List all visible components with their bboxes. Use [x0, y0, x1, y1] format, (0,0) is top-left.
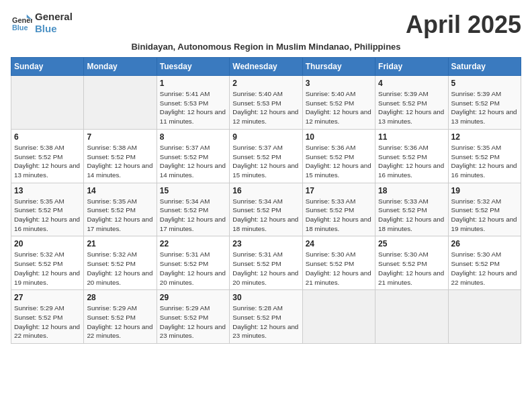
day-number: 16: [232, 186, 299, 195]
day-number: 18: [378, 186, 445, 195]
col-header-tuesday: Tuesday: [157, 58, 229, 76]
day-cell: 4Sunrise: 5:39 AM Sunset: 5:52 PM Daylig…: [375, 76, 448, 130]
logo-icon: General Blue: [11, 13, 32, 32]
day-cell: 25Sunrise: 5:30 AM Sunset: 5:52 PM Dayli…: [375, 236, 448, 290]
day-cell: 18Sunrise: 5:33 AM Sunset: 5:52 PM Dayli…: [375, 183, 448, 236]
day-cell: 17Sunrise: 5:33 AM Sunset: 5:52 PM Dayli…: [302, 183, 375, 236]
day-number: 4: [378, 79, 445, 88]
day-info: Sunrise: 5:36 AM Sunset: 5:52 PM Dayligh…: [378, 143, 445, 180]
day-info: Sunrise: 5:37 AM Sunset: 5:52 PM Dayligh…: [232, 143, 299, 180]
day-info: Sunrise: 5:34 AM Sunset: 5:52 PM Dayligh…: [160, 197, 226, 234]
day-info: Sunrise: 5:33 AM Sunset: 5:52 PM Dayligh…: [378, 197, 445, 234]
col-header-friday: Friday: [375, 58, 448, 76]
col-header-thursday: Thursday: [302, 58, 375, 76]
day-cell: 28Sunrise: 5:29 AM Sunset: 5:52 PM Dayli…: [84, 290, 157, 344]
day-number: 13: [14, 186, 81, 195]
day-cell: [11, 76, 84, 130]
day-number: 22: [160, 239, 226, 248]
day-cell: 8Sunrise: 5:37 AM Sunset: 5:52 PM Daylig…: [157, 129, 229, 183]
col-header-saturday: Saturday: [448, 58, 521, 76]
day-cell: 16Sunrise: 5:34 AM Sunset: 5:52 PM Dayli…: [230, 183, 302, 236]
day-cell: 3Sunrise: 5:40 AM Sunset: 5:52 PM Daylig…: [302, 76, 375, 130]
day-cell: 10Sunrise: 5:36 AM Sunset: 5:52 PM Dayli…: [302, 129, 375, 183]
day-info: Sunrise: 5:29 AM Sunset: 5:52 PM Dayligh…: [87, 304, 153, 340]
day-number: 26: [451, 239, 518, 248]
day-cell: 2Sunrise: 5:40 AM Sunset: 5:53 PM Daylig…: [230, 76, 302, 130]
day-number: 3: [306, 79, 372, 88]
day-cell: [84, 76, 157, 130]
logo-line2: Blue: [35, 23, 73, 35]
day-number: 7: [87, 132, 153, 142]
day-info: Sunrise: 5:36 AM Sunset: 5:52 PM Dayligh…: [306, 143, 372, 180]
day-info: Sunrise: 5:30 AM Sunset: 5:52 PM Dayligh…: [451, 250, 518, 287]
day-number: 1: [160, 79, 226, 88]
day-cell: [375, 290, 448, 344]
day-cell: 22Sunrise: 5:31 AM Sunset: 5:52 PM Dayli…: [157, 236, 229, 290]
svg-text:Blue: Blue: [12, 24, 28, 32]
day-number: 8: [160, 132, 226, 142]
day-number: 24: [306, 239, 372, 248]
day-cell: 21Sunrise: 5:32 AM Sunset: 5:52 PM Dayli…: [84, 236, 157, 290]
day-number: 20: [14, 239, 81, 248]
day-cell: [302, 290, 375, 344]
day-number: 19: [451, 186, 518, 195]
col-header-sunday: Sunday: [11, 58, 84, 76]
day-number: 6: [14, 132, 81, 142]
col-header-wednesday: Wednesday: [230, 58, 302, 76]
day-number: 11: [378, 132, 445, 142]
day-info: Sunrise: 5:28 AM Sunset: 5:52 PM Dayligh…: [232, 304, 299, 340]
day-cell: 1Sunrise: 5:41 AM Sunset: 5:53 PM Daylig…: [157, 76, 229, 130]
day-number: 5: [451, 79, 518, 88]
day-cell: 14Sunrise: 5:35 AM Sunset: 5:52 PM Dayli…: [84, 183, 157, 236]
day-cell: 24Sunrise: 5:30 AM Sunset: 5:52 PM Dayli…: [302, 236, 375, 290]
day-cell: 6Sunrise: 5:38 AM Sunset: 5:52 PM Daylig…: [11, 129, 84, 183]
day-info: Sunrise: 5:39 AM Sunset: 5:52 PM Dayligh…: [378, 89, 445, 126]
week-row-4: 27Sunrise: 5:29 AM Sunset: 5:52 PM Dayli…: [11, 290, 521, 344]
day-info: Sunrise: 5:41 AM Sunset: 5:53 PM Dayligh…: [160, 89, 226, 126]
day-number: 28: [87, 293, 153, 302]
day-number: 10: [306, 132, 372, 142]
day-number: 27: [14, 293, 81, 302]
day-cell: [448, 290, 521, 344]
day-cell: 19Sunrise: 5:32 AM Sunset: 5:52 PM Dayli…: [448, 183, 521, 236]
day-info: Sunrise: 5:38 AM Sunset: 5:52 PM Dayligh…: [14, 143, 81, 180]
day-info: Sunrise: 5:33 AM Sunset: 5:52 PM Dayligh…: [306, 197, 372, 234]
day-info: Sunrise: 5:37 AM Sunset: 5:52 PM Dayligh…: [160, 143, 226, 180]
day-cell: 12Sunrise: 5:35 AM Sunset: 5:52 PM Dayli…: [448, 129, 521, 183]
day-info: Sunrise: 5:29 AM Sunset: 5:52 PM Dayligh…: [160, 304, 226, 340]
logo-line1: General: [35, 11, 73, 23]
calendar-header: SundayMondayTuesdayWednesdayThursdayFrid…: [11, 58, 521, 76]
day-cell: 5Sunrise: 5:39 AM Sunset: 5:52 PM Daylig…: [448, 76, 521, 130]
day-cell: 7Sunrise: 5:38 AM Sunset: 5:52 PM Daylig…: [84, 129, 157, 183]
day-cell: 26Sunrise: 5:30 AM Sunset: 5:52 PM Dayli…: [448, 236, 521, 290]
day-info: Sunrise: 5:38 AM Sunset: 5:52 PM Dayligh…: [87, 143, 153, 180]
day-number: 30: [232, 293, 299, 302]
day-cell: 29Sunrise: 5:29 AM Sunset: 5:52 PM Dayli…: [157, 290, 229, 344]
day-number: 14: [87, 186, 153, 195]
day-cell: 30Sunrise: 5:28 AM Sunset: 5:52 PM Dayli…: [230, 290, 302, 344]
day-info: Sunrise: 5:30 AM Sunset: 5:52 PM Dayligh…: [306, 250, 372, 287]
day-info: Sunrise: 5:31 AM Sunset: 5:52 PM Dayligh…: [232, 250, 299, 287]
day-cell: 15Sunrise: 5:34 AM Sunset: 5:52 PM Dayli…: [157, 183, 229, 236]
day-info: Sunrise: 5:32 AM Sunset: 5:52 PM Dayligh…: [451, 197, 518, 234]
day-info: Sunrise: 5:32 AM Sunset: 5:52 PM Dayligh…: [14, 250, 81, 287]
day-number: 12: [451, 132, 518, 142]
day-cell: 20Sunrise: 5:32 AM Sunset: 5:52 PM Dayli…: [11, 236, 84, 290]
day-cell: 9Sunrise: 5:37 AM Sunset: 5:52 PM Daylig…: [230, 129, 302, 183]
week-row-3: 20Sunrise: 5:32 AM Sunset: 5:52 PM Dayli…: [11, 236, 521, 290]
day-info: Sunrise: 5:39 AM Sunset: 5:52 PM Dayligh…: [451, 89, 518, 126]
day-number: 29: [160, 293, 226, 302]
day-number: 25: [378, 239, 445, 248]
day-info: Sunrise: 5:35 AM Sunset: 5:52 PM Dayligh…: [451, 143, 518, 180]
logo: General Blue General Blue: [11, 11, 73, 35]
day-info: Sunrise: 5:29 AM Sunset: 5:52 PM Dayligh…: [14, 304, 81, 340]
day-cell: 23Sunrise: 5:31 AM Sunset: 5:52 PM Dayli…: [230, 236, 302, 290]
day-info: Sunrise: 5:32 AM Sunset: 5:52 PM Dayligh…: [87, 250, 153, 287]
day-cell: 11Sunrise: 5:36 AM Sunset: 5:52 PM Dayli…: [375, 129, 448, 183]
week-row-1: 6Sunrise: 5:38 AM Sunset: 5:52 PM Daylig…: [11, 129, 521, 183]
day-info: Sunrise: 5:31 AM Sunset: 5:52 PM Dayligh…: [160, 250, 226, 287]
day-number: 9: [232, 132, 299, 142]
day-cell: 13Sunrise: 5:35 AM Sunset: 5:52 PM Dayli…: [11, 183, 84, 236]
day-info: Sunrise: 5:34 AM Sunset: 5:52 PM Dayligh…: [232, 197, 299, 234]
col-header-monday: Monday: [84, 58, 157, 76]
